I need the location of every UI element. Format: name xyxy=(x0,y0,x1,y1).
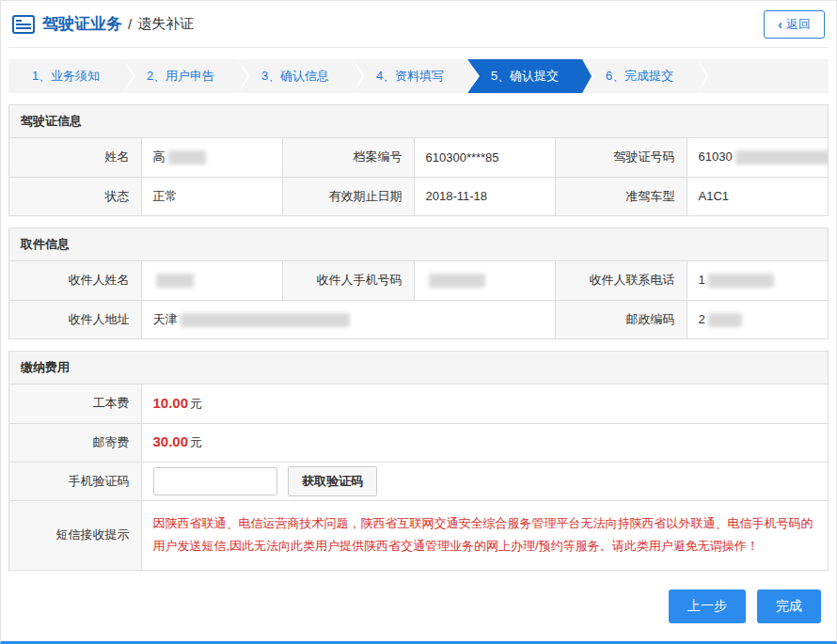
step-3-confirm-info: 3、确认信息 xyxy=(238,59,353,93)
step-6-complete-submit: 6、完成提交 xyxy=(582,59,697,93)
name-label: 姓名 xyxy=(9,138,141,177)
postage-fee-value: 30.00元 xyxy=(141,423,828,462)
table-row: 邮寄费 30.00元 xyxy=(9,423,828,462)
redacted-value xyxy=(708,313,742,327)
postal-code-label: 邮政编码 xyxy=(555,300,687,338)
recipient-phone-label: 收件人联系电话 xyxy=(555,261,687,300)
cost-fee-amount: 10.00 xyxy=(153,395,189,411)
sms-notice-label: 短信接收提示 xyxy=(9,500,141,570)
step-label: 5、确认提交 xyxy=(491,69,559,83)
table-row: 工本费 10.00元 xyxy=(9,385,828,423)
back-button[interactable]: ‹ 返回 xyxy=(764,10,825,39)
postage-fee-amount: 30.00 xyxy=(153,433,189,449)
license-business-icon xyxy=(12,15,35,34)
recipient-address-label: 收件人地址 xyxy=(9,300,141,338)
license-number-label: 驾驶证号码 xyxy=(555,138,687,177)
license-number-text: 61030 xyxy=(699,149,733,164)
redacted-value xyxy=(168,150,206,165)
get-captcha-button[interactable]: 获取验证码 xyxy=(288,466,377,496)
step-5-confirm-submit: 5、确认提交 xyxy=(467,59,582,93)
status-value: 正常 xyxy=(141,177,282,215)
recipient-phone-value: 1 xyxy=(687,261,828,300)
step-bar-filler xyxy=(697,59,829,93)
expiry-label: 有效期止日期 xyxy=(282,177,414,215)
finish-button[interactable]: 完成 xyxy=(757,589,821,623)
fees-table: 工本费 10.00元 邮寄费 30.00元 手机验证码 获取验证码 短信接收提示… xyxy=(9,385,828,570)
postage-fee-label: 邮寄费 xyxy=(9,423,141,462)
back-chevron-icon: ‹ xyxy=(778,18,782,31)
postal-code-text: 2 xyxy=(699,312,705,326)
redacted-value xyxy=(181,313,350,327)
step-wizard: 1、业务须知 2、用户申告 3、确认信息 4、资料填写 5、确认提交 6、完成提… xyxy=(8,59,829,93)
breadcrumb-separator: / xyxy=(128,16,132,32)
captcha-input[interactable] xyxy=(153,467,277,495)
pickup-info-table: 收件人姓名 收件人手机号码 收件人联系电话 1 收件人地址 天津 邮政编码 2 xyxy=(9,261,828,338)
captcha-cell: 获取验证码 xyxy=(141,462,828,500)
name-value-text: 高 xyxy=(153,149,166,164)
redacted-value xyxy=(429,274,485,288)
postage-fee-unit: 元 xyxy=(190,435,202,449)
step-label: 1、业务须知 xyxy=(32,69,100,83)
step-1-business-notice: 1、业务须知 xyxy=(8,59,123,93)
fees-section: 缴纳费用 工本费 10.00元 邮寄费 30.00元 手机验证码 获取验证码 短… xyxy=(8,351,829,571)
recipient-mobile-value xyxy=(414,261,555,300)
recipient-name-label: 收件人姓名 xyxy=(9,261,141,300)
license-info-table: 姓名 高 档案编号 610300****85 驾驶证号码 61030 状态 正常… xyxy=(9,138,828,215)
step-4-fill-data: 4、资料填写 xyxy=(353,59,467,93)
recipient-mobile-label: 收件人手机号码 xyxy=(282,261,414,300)
recipient-address-value: 天津 xyxy=(141,300,555,338)
table-row: 状态 正常 有效期止日期 2018-11-18 准驾车型 A1C1 xyxy=(9,177,828,215)
recipient-name-value xyxy=(141,261,282,300)
pickup-info-title: 取件信息 xyxy=(9,228,828,261)
page-subtitle: 遗失补证 xyxy=(137,15,194,33)
postal-code-value: 2 xyxy=(687,300,828,338)
file-number-label: 档案编号 xyxy=(282,138,414,177)
table-row: 收件人姓名 收件人手机号码 收件人联系电话 1 xyxy=(9,261,828,300)
footer-actions: 上一步 完成 xyxy=(8,589,829,623)
page-title: 驾驶证业务 xyxy=(42,13,122,35)
license-number-value: 61030 xyxy=(687,138,828,177)
pickup-info-section: 取件信息 收件人姓名 收件人手机号码 收件人联系电话 1 收件人地址 天津 邮政… xyxy=(8,228,829,339)
step-label: 2、用户申告 xyxy=(147,69,214,83)
recipient-phone-text: 1 xyxy=(699,273,705,287)
cost-fee-value: 10.00元 xyxy=(141,385,828,423)
fees-title: 缴纳费用 xyxy=(9,352,828,385)
page-header: 驾驶证业务 / 遗失补证 ‹ 返回 xyxy=(8,1,829,48)
vehicle-type-value: A1C1 xyxy=(687,177,828,215)
table-row: 姓名 高 档案编号 610300****85 驾驶证号码 61030 xyxy=(9,138,828,177)
previous-step-button[interactable]: 上一步 xyxy=(669,589,746,623)
name-value: 高 xyxy=(141,138,282,177)
redacted-value xyxy=(708,274,774,288)
table-row: 收件人地址 天津 邮政编码 2 xyxy=(9,300,828,338)
page-container: 驾驶证业务 / 遗失补证 ‹ 返回 1、业务须知 2、用户申告 3、确认信息 4… xyxy=(0,0,837,644)
license-info-section: 驾驶证信息 姓名 高 档案编号 610300****85 驾驶证号码 61030… xyxy=(8,104,829,216)
status-label: 状态 xyxy=(9,177,141,215)
step-label: 4、资料填写 xyxy=(376,69,444,83)
expiry-value: 2018-11-18 xyxy=(414,177,555,215)
cost-fee-unit: 元 xyxy=(190,397,202,411)
captcha-label: 手机验证码 xyxy=(9,462,141,500)
cost-fee-label: 工本费 xyxy=(9,385,141,423)
back-label: 返回 xyxy=(786,16,811,33)
step-2-user-declaration: 2、用户申告 xyxy=(123,59,238,93)
redacted-value xyxy=(156,274,194,288)
table-row: 短信接收提示 因陕西省联通、电信运营商技术问题，陕西省互联网交通安全综合服务管理… xyxy=(9,500,828,570)
recipient-address-text: 天津 xyxy=(153,312,178,326)
redacted-value xyxy=(735,150,828,165)
license-info-title: 驾驶证信息 xyxy=(9,105,828,138)
table-row: 手机验证码 获取验证码 xyxy=(9,462,828,500)
step-label: 3、确认信息 xyxy=(261,69,329,83)
step-label: 6、完成提交 xyxy=(606,69,673,83)
file-number-value: 610300****85 xyxy=(414,138,555,177)
sms-notice-text: 因陕西省联通、电信运营商技术问题，陕西省互联网交通安全综合服务管理平台无法向持陕… xyxy=(141,500,828,570)
vehicle-type-label: 准驾车型 xyxy=(555,177,687,215)
